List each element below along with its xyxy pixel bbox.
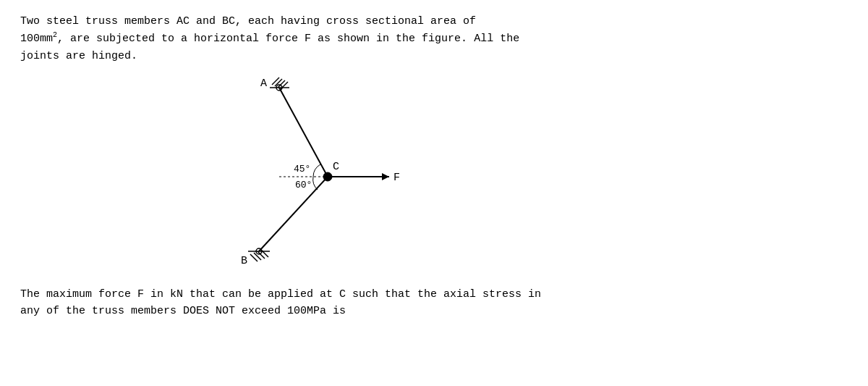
page-container: Two steel truss members AC and BC, each …: [0, 0, 868, 386]
svg-point-15: [323, 172, 332, 181]
label-C: C: [333, 161, 339, 173]
question-line1: The maximum force F in kN that can be ap…: [20, 286, 845, 303]
label-B: B: [241, 255, 247, 267]
question-line2: any of the truss members DOES NOT exceed…: [20, 303, 845, 319]
problem-line2: 100mm2, are subjected to a horizontal fo…: [20, 30, 845, 47]
problem-text: Two steel truss members AC and BC, each …: [20, 13, 845, 64]
svg-marker-14: [382, 173, 389, 180]
figure-container: A B C F 45° 60°: [150, 72, 440, 282]
problem-line1: Two steel truss members AC and BC, each …: [20, 13, 845, 30]
angle-45: 45°: [294, 164, 310, 175]
problem-line3: joints are hinged.: [20, 48, 845, 64]
label-A: A: [260, 77, 267, 90]
svg-line-11: [259, 177, 328, 251]
angle-60: 60°: [295, 180, 312, 190]
question-text: The maximum force F in kN that can be ap…: [20, 286, 845, 320]
truss-diagram: A B C F 45° 60°: [150, 72, 440, 282]
label-F: F: [393, 172, 400, 184]
